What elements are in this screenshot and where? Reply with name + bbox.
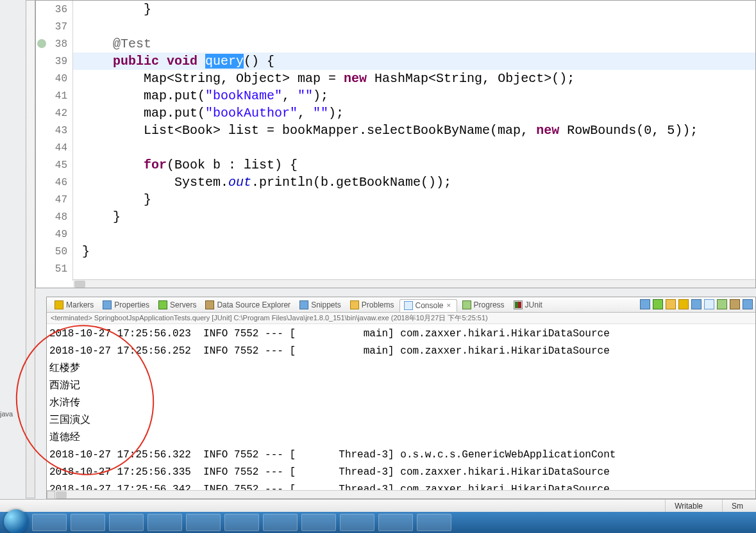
views-tabbar: MarkersPropertiesServersData Source Expl… — [47, 297, 755, 313]
line-number: 41 — [36, 87, 72, 104]
console-tool-icon[interactable] — [704, 299, 714, 309]
console-tool-icon[interactable] — [653, 299, 663, 309]
status-smart-insert: Sm — [722, 500, 743, 512]
line-number: 46 — [36, 174, 72, 191]
line-number: 47 — [36, 191, 72, 208]
launch-terminated-line: <terminated> SpringbootJspApplicationTes… — [47, 313, 755, 324]
code-area[interactable]: } @Test public void query() { Map<String… — [73, 1, 755, 281]
console-line: 红楼梦 — [49, 360, 753, 377]
console-tool-icon[interactable] — [743, 299, 753, 309]
tab-label: Snippets — [311, 300, 341, 309]
console-tool-icon[interactable] — [730, 299, 740, 309]
status-bar: Writable Sm — [0, 499, 756, 512]
markers-icon — [55, 300, 63, 309]
line-number: 42 — [36, 104, 72, 122]
line-number: 45 — [36, 156, 72, 174]
properties-icon — [103, 300, 112, 309]
tab-label: Progress — [474, 300, 505, 309]
bottom-views-panel: MarkersPropertiesServersData Source Expl… — [46, 297, 756, 499]
taskbar-app-button[interactable] — [301, 514, 336, 531]
tab-label: Servers — [170, 300, 196, 309]
code-line[interactable] — [73, 260, 755, 277]
console-tool-icon[interactable] — [678, 299, 689, 309]
problems-icon — [350, 300, 359, 309]
scrollbar-thumb[interactable] — [74, 281, 85, 288]
code-line[interactable]: Map<String, Object> map = new HashMap<St… — [73, 70, 755, 87]
code-line[interactable]: map.put("bookAuthor", ""); — [73, 104, 755, 122]
code-line[interactable]: } — [73, 1, 755, 18]
code-line[interactable] — [73, 18, 755, 35]
close-icon[interactable]: ✕ — [446, 302, 453, 309]
tab-label: Markers — [66, 300, 94, 309]
tab-label: Problems — [362, 300, 394, 309]
taskbar-app-button[interactable] — [32, 514, 67, 531]
code-editor[interactable]: 36373839404142434445464748495051 } @Test… — [35, 0, 756, 288]
status-writable: Writable — [665, 500, 703, 512]
editor-horizontal-scrollbar[interactable] — [73, 279, 755, 288]
line-number: 39 — [36, 53, 72, 70]
line-number: 37 — [36, 18, 72, 35]
console-horizontal-scrollbar[interactable] — [47, 490, 755, 498]
tab-label: Properties — [114, 300, 149, 309]
taskbar-app-button[interactable] — [109, 514, 144, 531]
side-tab-label: java — [0, 410, 13, 418]
tab-label: JUnit — [525, 300, 542, 309]
view-tab-problems[interactable]: Problems — [346, 299, 398, 311]
taskbar-app-button[interactable] — [71, 514, 105, 531]
line-number: 50 — [36, 243, 72, 260]
code-line[interactable]: List<Book> list = bookMapper.selectBookB… — [73, 122, 755, 139]
line-number-gutter: 36373839404142434445464748495051 — [36, 1, 73, 281]
line-number: 44 — [36, 139, 72, 156]
console-tool-icon[interactable] — [691, 299, 701, 309]
taskbar-app-button[interactable] — [340, 514, 374, 531]
code-line[interactable]: for(Book b : list) { — [73, 156, 755, 174]
console-toolbar — [640, 299, 753, 309]
servers-icon — [158, 300, 167, 309]
console-line: 道德经 — [49, 429, 753, 447]
taskbar-app-button[interactable] — [378, 514, 413, 531]
code-line[interactable]: System.out.println(b.getBookName()); — [73, 174, 755, 191]
line-number: 40 — [36, 70, 72, 87]
console-tool-icon[interactable] — [640, 299, 650, 309]
code-line[interactable]: map.put("bookName", ""); — [73, 87, 755, 104]
start-button[interactable] — [4, 509, 28, 534]
code-line[interactable]: @Test — [73, 35, 755, 53]
tab-label: Console — [416, 301, 444, 310]
console-tool-icon[interactable] — [666, 299, 676, 309]
taskbar-app-button[interactable] — [224, 514, 259, 531]
view-tab-properties[interactable]: Properties — [99, 299, 153, 311]
console-output[interactable]: 2018-10-27 17:25:56.023 INFO 7552 --- [ … — [47, 324, 755, 501]
view-tab-console[interactable]: Console✕ — [399, 299, 457, 312]
taskbar-app-button[interactable] — [147, 514, 182, 531]
line-number: 51 — [36, 260, 72, 277]
console-tool-icon[interactable] — [717, 299, 727, 309]
console-line: 2018-10-27 17:25:56.322 INFO 7552 --- [ … — [49, 447, 753, 464]
view-tab-junit[interactable]: JUnit — [510, 299, 546, 311]
view-tab-markers[interactable]: Markers — [51, 299, 97, 311]
scroll-left-arrow[interactable] — [47, 491, 55, 499]
console-line: 2018-10-27 17:25:56.335 INFO 7552 --- [ … — [49, 464, 753, 481]
taskbar-app-button[interactable] — [263, 514, 298, 531]
console-line: 西游记 — [49, 377, 753, 395]
taskbar-app-button[interactable] — [417, 514, 451, 531]
console-line: 水浒传 — [49, 395, 753, 412]
console-line: 2018-10-27 17:25:56.023 INFO 7552 --- [ … — [49, 325, 753, 343]
line-number: 36 — [36, 1, 72, 18]
view-tab-data-source-explorer[interactable]: Data Source Explorer — [201, 299, 294, 311]
windows-taskbar[interactable] — [0, 512, 756, 533]
view-tab-progress[interactable]: Progress — [458, 299, 508, 311]
console-line: 2018-10-27 17:25:56.252 INFO 7552 --- [ … — [49, 343, 753, 360]
snippets-icon — [299, 300, 308, 309]
fold-marker-icon[interactable] — [37, 39, 46, 48]
code-line[interactable] — [73, 226, 755, 243]
code-line[interactable]: public void query() { — [73, 53, 755, 70]
code-line[interactable]: } — [73, 243, 755, 260]
view-tab-snippets[interactable]: Snippets — [296, 299, 345, 311]
code-line[interactable]: } — [73, 208, 755, 226]
scrollbar-thumb[interactable] — [56, 491, 67, 498]
code-line[interactable] — [73, 139, 755, 156]
view-tab-servers[interactable]: Servers — [155, 299, 200, 311]
console-icon — [404, 301, 413, 310]
taskbar-app-button[interactable] — [186, 514, 221, 531]
code-line[interactable]: } — [73, 191, 755, 208]
